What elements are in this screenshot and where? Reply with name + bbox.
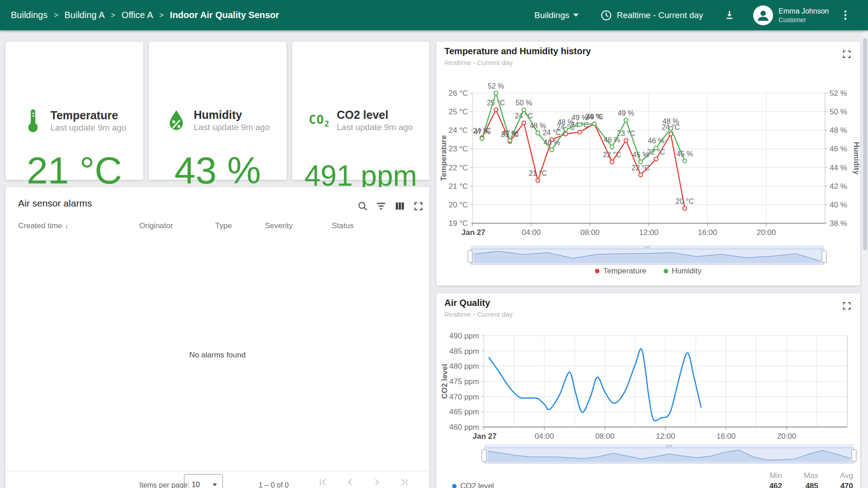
entity-dropdown-label: Buildings [534, 10, 569, 20]
metric-title: CO2 level [337, 108, 413, 121]
column-header-severity[interactable]: Severity [265, 221, 292, 230]
humidity-drop-icon [166, 109, 187, 132]
last-page-button[interactable] [399, 477, 410, 488]
breadcrumb-item[interactable]: Indoor Air Quality Sensor [170, 10, 279, 20]
data-point[interactable] [610, 145, 614, 149]
avatar [753, 5, 773, 25]
download-icon [724, 9, 735, 21]
next-page-button[interactable] [372, 477, 382, 488]
more-menu-icon[interactable] [843, 9, 849, 22]
items-per-page-select[interactable]: 10 [184, 474, 223, 488]
datazoom-handle[interactable] [852, 450, 856, 461]
data-point-label: 22 °C [632, 164, 650, 172]
data-point[interactable] [639, 160, 642, 164]
data-point[interactable] [639, 173, 642, 177]
axis-label: 38 % [830, 219, 847, 228]
axis-label: 21 °C [448, 182, 468, 191]
metric-title: Humidity [194, 108, 270, 121]
axis-label: 26 °C [448, 89, 468, 98]
data-point[interactable] [494, 108, 498, 112]
user-role: Customer [778, 16, 829, 24]
chevron-down-icon [212, 483, 217, 486]
data-point[interactable] [578, 123, 581, 127]
items-per-page-label: Items per page: [139, 481, 189, 488]
data-point[interactable] [522, 121, 526, 125]
user-menu[interactable]: Emma Johnson Customer [753, 5, 829, 25]
timewindow-button[interactable]: Realtime - Current day [600, 9, 703, 21]
data-point[interactable] [508, 139, 512, 142]
data-point[interactable] [536, 131, 539, 135]
data-point[interactable] [610, 160, 614, 164]
axis-label: 08:00 [580, 228, 600, 237]
timewindow-label: Realtime - Current day [617, 10, 703, 20]
y-axis-name: Temperature [439, 135, 448, 181]
axis-label: 460 ppm [449, 423, 479, 432]
alarms-card: Air sensor alarms [5, 187, 429, 488]
metric-subtitle: Last update 9m ago [337, 122, 413, 132]
data-point[interactable] [669, 127, 673, 130]
data-point[interactable] [654, 157, 658, 161]
first-page-button[interactable] [317, 477, 328, 488]
data-point-label: 22 °C [603, 151, 621, 159]
data-point-label: 49 % [618, 109, 634, 117]
axis-label: Jan 27 [473, 432, 497, 441]
filter-icon[interactable] [376, 201, 387, 211]
datazoom-handle[interactable] [822, 251, 826, 263]
data-point[interactable] [564, 127, 567, 131]
legend-item-temperature[interactable]: Temperature [595, 267, 646, 276]
column-header-originator[interactable]: Originator [139, 221, 173, 230]
data-point[interactable] [480, 137, 484, 141]
chart-legend[interactable]: CO2 level [452, 482, 494, 488]
column-header-created-time[interactable]: Created time↓ [18, 221, 68, 230]
y-axis-name: Humidity [852, 142, 860, 175]
data-point[interactable] [593, 122, 596, 126]
metric-title: Temperature [51, 109, 127, 122]
data-point[interactable] [564, 132, 567, 136]
datazoom-handle[interactable] [468, 251, 472, 263]
axis-label: 16:00 [698, 228, 717, 237]
fullscreen-icon[interactable] [413, 201, 424, 211]
data-point[interactable] [624, 139, 627, 142]
stat-value-min: 462 [750, 482, 782, 488]
dashboard-screen: Buildings>Building A>Office A>Indoor Air… [0, 0, 868, 488]
download-button[interactable] [724, 9, 735, 21]
data-point[interactable] [536, 178, 539, 182]
breadcrumb-item[interactable]: Buildings [11, 10, 47, 20]
axis-label: 04:00 [535, 432, 554, 441]
datazoom-handle[interactable] [482, 450, 486, 461]
data-point-label: 21 °C [529, 169, 547, 177]
search-icon[interactable] [357, 201, 368, 211]
axis-label: 19 °C [448, 219, 468, 228]
columns-icon[interactable] [394, 201, 405, 211]
data-point-label: 48 % [529, 122, 546, 130]
axis-label: 12:00 [639, 228, 659, 237]
sort-arrow-icon: ↓ [65, 222, 68, 230]
humidity-card: Humidity Last update 9m ago 43 % [149, 42, 287, 180]
data-point[interactable] [494, 91, 498, 95]
data-point[interactable] [624, 118, 627, 122]
axis-label: 22 °C [448, 164, 468, 172]
column-header-type[interactable]: Type [215, 221, 232, 230]
data-point[interactable] [683, 159, 686, 163]
temperature-card: Temperature Last update 9m ago 21 °C [5, 42, 143, 180]
alarms-title: Air sensor alarms [18, 198, 92, 209]
page-range-label: 1 – 0 of 0 [259, 481, 289, 488]
scrollbar-thumb[interactable] [863, 38, 867, 250]
data-point[interactable] [654, 146, 658, 150]
data-point[interactable] [578, 130, 581, 134]
breadcrumb-item[interactable]: Building A [65, 10, 105, 20]
entity-dropdown[interactable]: Buildings [534, 10, 579, 20]
data-point[interactable] [683, 206, 686, 210]
data-point[interactable] [522, 108, 526, 112]
legend-item-humidity[interactable]: Humidity [664, 267, 702, 276]
axis-label: Jan 27 [462, 228, 486, 237]
axis-label: 40 % [830, 201, 847, 209]
breadcrumb: Buildings>Building A>Office A>Indoor Air… [0, 10, 279, 20]
data-point[interactable] [550, 148, 553, 151]
previous-page-button[interactable] [344, 477, 355, 488]
column-header-status[interactable]: Status [332, 221, 354, 230]
co2-icon: CO2 [309, 113, 330, 128]
axis-label: 23 °C [448, 145, 468, 153]
breadcrumb-item[interactable]: Office A [122, 10, 153, 20]
axis-label: 52 % [830, 89, 847, 98]
